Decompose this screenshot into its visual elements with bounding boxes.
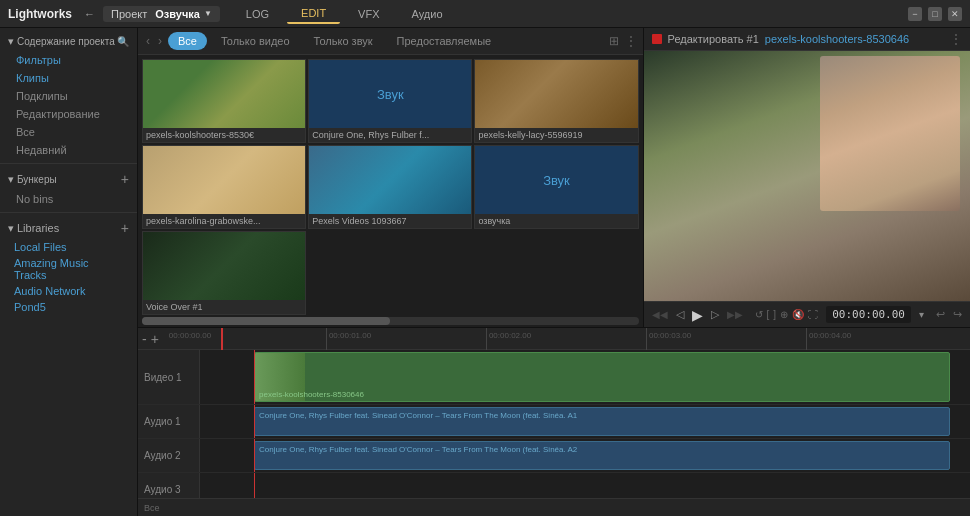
ruler-mark-2: 00:00:02.00 — [486, 328, 646, 350]
timeline-section: Устройство Микрофон (Realtek High De... … — [138, 328, 970, 516]
bins-section-header: ▾ Бункеры + — [0, 168, 137, 190]
playback-next-icon[interactable]: ▷ — [711, 308, 719, 321]
mark-out-icon[interactable]: ] — [773, 309, 776, 320]
nav-back-icon[interactable]: ‹ — [144, 34, 152, 48]
project-menu[interactable]: Проект Озвучка ▼ — [103, 6, 220, 22]
media-item-label-4: pexels-karolina-grabowske... — [143, 214, 305, 228]
tab-log[interactable]: LOG — [232, 5, 283, 23]
playhead-line-a3 — [254, 473, 255, 498]
playback-play-icon[interactable]: ▶ — [692, 307, 703, 323]
timeline-ruler: - + 00:00:00.00 00:00:01.00 00:00:02.00 … — [138, 328, 970, 350]
sidebar-item-no-bins: No bins — [0, 190, 137, 208]
timeline-playhead[interactable] — [221, 328, 223, 350]
track-content-video1[interactable]: pexels-koolshooters-8530646 — [200, 350, 970, 404]
grid-view-icon[interactable]: ⊞ — [609, 34, 619, 48]
playback-prev-icon[interactable]: ◁ — [676, 308, 684, 321]
zoom-out-button[interactable]: - — [142, 331, 147, 347]
preview-panel: Редактировать #1 pexels-koolshooters-853… — [644, 28, 970, 327]
tab-provided[interactable]: Предоставляемые — [387, 32, 502, 50]
video-clip-label: pexels-koolshooters-8530646 — [259, 390, 364, 399]
track-content-audio3[interactable] — [200, 473, 970, 498]
media-item-label-7: Voice Over #1 — [143, 300, 305, 314]
preview-filename[interactable]: pexels-koolshooters-8530646 — [765, 33, 909, 45]
preview-options-icon[interactable]: ⋮ — [950, 32, 962, 46]
media-item[interactable]: Voice Over #1 — [142, 231, 306, 315]
track-row-audio1: Аудио 1 Conjure One, Rhys Fulber feat. S… — [138, 405, 970, 439]
media-grid: pexels-koolshooters-8530€ Звук Conjure O… — [138, 55, 643, 315]
nav-forward-icon[interactable]: › — [156, 34, 164, 48]
media-item[interactable]: Звук Conjure One, Rhys Fulber f... — [308, 59, 472, 143]
fullscreen-icon[interactable]: ⛶ — [808, 309, 818, 320]
video-clip-1[interactable]: pexels-koolshooters-8530646 — [254, 352, 950, 402]
timecode-start: ◀◀ — [652, 309, 668, 320]
timeline-bottom-bar: Все — [138, 498, 970, 516]
zoom-in-button[interactable]: + — [151, 331, 159, 347]
library-audio-network[interactable]: Audio Network — [0, 283, 137, 299]
media-item[interactable]: Pexels Videos 1093667 — [308, 145, 472, 229]
bins-section: ▾ Бункеры + No bins — [0, 164, 137, 213]
sidebar-item-recent[interactable]: Недавний — [0, 141, 137, 159]
tab-audio[interactable]: Аудио — [398, 5, 457, 23]
libraries-header: ▾ Libraries + — [0, 217, 137, 239]
ruler-time-2: 00:00:02.00 — [489, 331, 531, 340]
undo-icon[interactable]: ↩ — [936, 308, 945, 321]
tab-video-only[interactable]: Только видео — [211, 32, 300, 50]
media-item-label-3: pexels-kelly-lacy-5596919 — [475, 128, 637, 142]
media-item-label-1: pexels-koolshooters-8530€ — [143, 128, 305, 142]
snap-icon[interactable]: ⊕ — [780, 309, 788, 320]
tab-vfx[interactable]: VFX — [344, 5, 393, 23]
tab-all[interactable]: Все — [168, 32, 207, 50]
sidebar: ▾ Содержание проекта 🔍 Фильтры Клипы Под… — [0, 28, 138, 516]
add-bin-icon[interactable]: + — [121, 171, 129, 187]
sidebar-item-editing[interactable]: Редактирование — [0, 105, 137, 123]
media-thumb-5 — [309, 146, 471, 214]
mark-in-icon[interactable]: [ — [767, 309, 770, 320]
redo-icon[interactable]: ↪ — [953, 308, 962, 321]
sidebar-item-clips[interactable]: Клипы — [0, 69, 137, 87]
track-content-audio2[interactable]: Conjure One, Rhys Fulber feat. Sinead O'… — [200, 439, 970, 472]
track-label-audio3: Аудио 3 — [138, 473, 200, 498]
track-content-audio1[interactable]: Conjure One, Rhys Fulber feat. Sinead O'… — [200, 405, 970, 438]
media-item[interactable]: pexels-karolina-grabowske... — [142, 145, 306, 229]
maximize-button[interactable]: □ — [928, 7, 942, 21]
ruler-time-1: 00:00:01.00 — [329, 331, 371, 340]
timeline-scale[interactable]: 00:00:00.00 00:00:01.00 00:00:02.00 00:0… — [167, 328, 966, 350]
ruler-time-4: 00:00:04.00 — [809, 331, 851, 340]
track-row-audio3: Аудио 3 — [138, 473, 970, 498]
add-library-icon[interactable]: + — [121, 220, 129, 236]
close-button[interactable]: ✕ — [948, 7, 962, 21]
more-options-icon[interactable]: ⋮ — [625, 34, 637, 48]
media-item[interactable]: pexels-koolshooters-8530€ — [142, 59, 306, 143]
library-local-files[interactable]: Local Files — [0, 239, 137, 255]
library-amazing-music[interactable]: Amazing Music Tracks — [0, 255, 137, 283]
timecode-display[interactable]: 00:00:00.00 — [826, 306, 911, 323]
app-title: Lightworks — [8, 7, 72, 21]
main-tabs: LOG EDIT VFX Аудио — [232, 4, 457, 24]
tab-audio-only[interactable]: Только звук — [304, 32, 383, 50]
media-thumb-3 — [475, 60, 637, 128]
sidebar-item-subclips[interactable]: Подклипы — [0, 87, 137, 105]
sidebar-item-all[interactable]: Все — [0, 123, 137, 141]
playback-end-icon[interactable]: ▶▶ — [727, 309, 743, 320]
audio-clip-2[interactable]: Conjure One, Rhys Fulber feat. Sinead O'… — [254, 441, 950, 470]
project-section: ▾ Содержание проекта 🔍 Фильтры Клипы Под… — [0, 28, 137, 164]
project-section-label: Содержание проекта — [17, 36, 117, 47]
back-icon[interactable]: ← — [84, 8, 95, 20]
timecode-arrow-icon[interactable]: ▾ — [919, 309, 924, 320]
audio-clip-1[interactable]: Conjure One, Rhys Fulber feat. Sinead O'… — [254, 407, 950, 436]
title-nav: ← Проект Озвучка ▼ — [84, 6, 220, 22]
search-icon[interactable]: 🔍 — [117, 36, 129, 47]
media-scroll[interactable] — [142, 317, 639, 325]
sidebar-item-filters[interactable]: Фильтры — [0, 51, 137, 69]
mute-icon[interactable]: 🔇 — [792, 309, 804, 320]
top-content: ‹ › Все Только видео Только звук Предост… — [138, 28, 970, 328]
chevron-down-icon: ▾ — [8, 35, 14, 48]
ruler-time-0: 00:00:00.00 — [169, 331, 211, 340]
tab-edit[interactable]: EDIT — [287, 4, 340, 24]
media-item[interactable]: pexels-kelly-lacy-5596919 — [474, 59, 638, 143]
media-item[interactable]: Звук озвучка — [474, 145, 638, 229]
minimize-button[interactable]: − — [908, 7, 922, 21]
media-thumb-1 — [143, 60, 305, 128]
library-pond5[interactable]: Pond5 — [0, 299, 137, 315]
loop-icon[interactable]: ↺ — [755, 309, 763, 320]
